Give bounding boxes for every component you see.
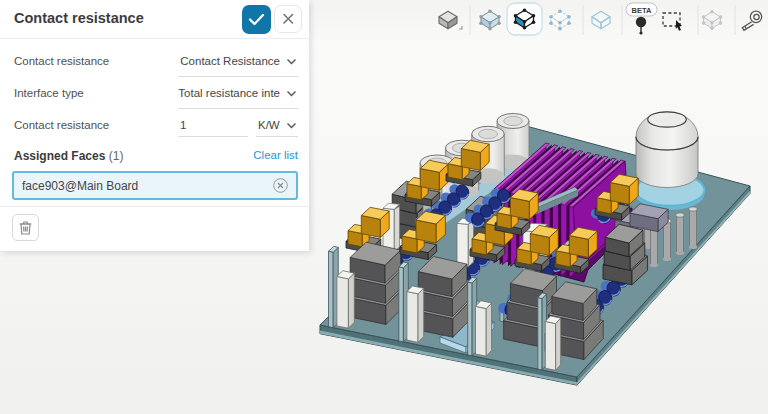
svg-text:BETA: BETA (632, 6, 652, 15)
